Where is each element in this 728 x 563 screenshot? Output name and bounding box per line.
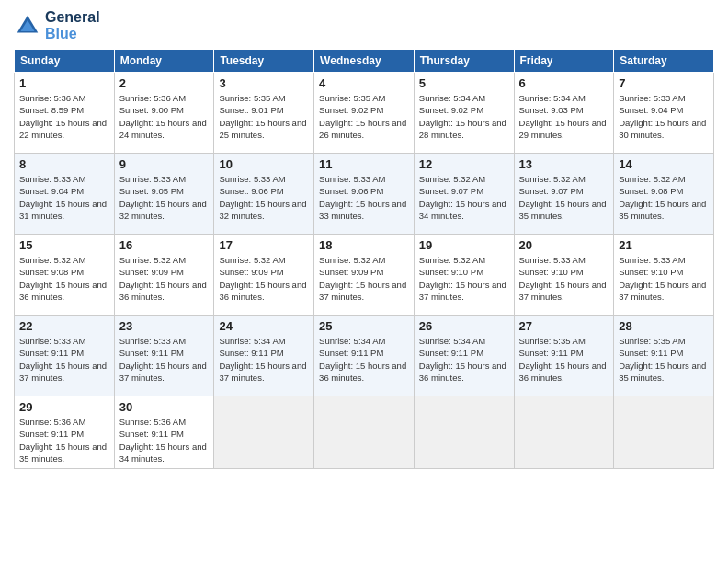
calendar-cell: 11Sunrise: 5:33 AMSunset: 9:06 PMDayligh… <box>314 154 415 235</box>
day-number: 23 <box>119 319 210 333</box>
calendar-cell: 19Sunrise: 5:32 AMSunset: 9:10 PMDayligh… <box>414 235 514 316</box>
day-info: Sunrise: 5:33 AMSunset: 9:06 PMDaylight:… <box>319 173 409 222</box>
day-number: 11 <box>319 157 409 171</box>
week-row-3: 15Sunrise: 5:32 AMSunset: 9:08 PMDayligh… <box>15 235 714 316</box>
day-number: 16 <box>119 238 210 252</box>
day-info: Sunrise: 5:32 AMSunset: 9:09 PMDaylight:… <box>219 254 309 303</box>
calendar-cell: 6Sunrise: 5:34 AMSunset: 9:03 PMDaylight… <box>514 73 614 154</box>
day-info: Sunrise: 5:32 AMSunset: 9:08 PMDaylight:… <box>19 254 109 303</box>
day-number: 5 <box>419 76 509 90</box>
day-info: Sunrise: 5:33 AMSunset: 9:05 PMDaylight:… <box>119 173 210 222</box>
calendar-cell: 5Sunrise: 5:34 AMSunset: 9:02 PMDaylight… <box>414 73 514 154</box>
calendar-cell: 17Sunrise: 5:32 AMSunset: 9:09 PMDayligh… <box>214 235 314 316</box>
day-number: 21 <box>619 238 709 252</box>
calendar-cell: 28Sunrise: 5:35 AMSunset: 9:11 PMDayligh… <box>614 316 714 396</box>
calendar-cell: 24Sunrise: 5:34 AMSunset: 9:11 PMDayligh… <box>214 316 314 396</box>
day-info: Sunrise: 5:36 AMSunset: 9:11 PMDaylight:… <box>19 416 109 465</box>
calendar-cell: 16Sunrise: 5:32 AMSunset: 9:09 PMDayligh… <box>114 235 214 316</box>
day-number: 25 <box>319 319 409 333</box>
day-number: 13 <box>519 157 609 171</box>
day-info: Sunrise: 5:35 AMSunset: 9:11 PMDaylight:… <box>519 335 609 384</box>
calendar-cell: 12Sunrise: 5:32 AMSunset: 9:07 PMDayligh… <box>414 154 514 235</box>
calendar-cell: 2Sunrise: 5:36 AMSunset: 9:00 PMDaylight… <box>114 73 214 154</box>
day-info: Sunrise: 5:33 AMSunset: 9:11 PMDaylight:… <box>119 335 210 384</box>
calendar-cell: 21Sunrise: 5:33 AMSunset: 9:10 PMDayligh… <box>614 235 714 316</box>
day-number: 8 <box>19 157 109 171</box>
day-info: Sunrise: 5:34 AMSunset: 9:11 PMDaylight:… <box>219 335 309 384</box>
calendar-cell: 27Sunrise: 5:35 AMSunset: 9:11 PMDayligh… <box>514 316 614 396</box>
day-number: 9 <box>119 157 210 171</box>
week-row-5: 29Sunrise: 5:36 AMSunset: 9:11 PMDayligh… <box>15 396 714 469</box>
day-number: 18 <box>319 238 409 252</box>
day-info: Sunrise: 5:33 AMSunset: 9:04 PMDaylight:… <box>19 173 109 222</box>
header: General Blue <box>14 9 714 41</box>
day-number: 12 <box>419 157 509 171</box>
logo-icon <box>14 12 41 40</box>
day-info: Sunrise: 5:35 AMSunset: 9:02 PMDaylight:… <box>319 92 409 141</box>
day-info: Sunrise: 5:32 AMSunset: 9:09 PMDaylight:… <box>119 254 210 303</box>
page: General Blue SundayMondayTuesdayWednesda… <box>0 0 728 563</box>
day-number: 29 <box>19 400 109 414</box>
col-header-monday: Monday <box>114 50 214 73</box>
day-number: 10 <box>219 157 309 171</box>
day-number: 24 <box>219 319 309 333</box>
calendar-cell <box>314 396 415 469</box>
day-number: 2 <box>119 76 210 90</box>
col-header-friday: Friday <box>514 50 614 73</box>
week-row-1: 1Sunrise: 5:36 AMSunset: 8:59 PMDaylight… <box>15 73 714 154</box>
header-row: SundayMondayTuesdayWednesdayThursdayFrid… <box>15 50 714 73</box>
week-row-2: 8Sunrise: 5:33 AMSunset: 9:04 PMDaylight… <box>15 154 714 235</box>
calendar-cell: 23Sunrise: 5:33 AMSunset: 9:11 PMDayligh… <box>114 316 214 396</box>
day-number: 14 <box>619 157 709 171</box>
day-number: 6 <box>519 76 609 90</box>
day-number: 20 <box>519 238 609 252</box>
day-info: Sunrise: 5:32 AMSunset: 9:07 PMDaylight:… <box>419 173 509 222</box>
col-header-wednesday: Wednesday <box>314 50 415 73</box>
calendar-cell: 4Sunrise: 5:35 AMSunset: 9:02 PMDaylight… <box>314 73 415 154</box>
calendar-cell <box>514 396 614 469</box>
day-info: Sunrise: 5:32 AMSunset: 9:08 PMDaylight:… <box>619 173 709 222</box>
calendar-cell: 30Sunrise: 5:36 AMSunset: 9:11 PMDayligh… <box>114 396 214 469</box>
day-info: Sunrise: 5:32 AMSunset: 9:09 PMDaylight:… <box>319 254 409 303</box>
calendar-cell: 25Sunrise: 5:34 AMSunset: 9:11 PMDayligh… <box>314 316 415 396</box>
day-number: 1 <box>19 76 109 90</box>
day-info: Sunrise: 5:33 AMSunset: 9:10 PMDaylight:… <box>519 254 609 303</box>
calendar-cell: 7Sunrise: 5:33 AMSunset: 9:04 PMDaylight… <box>614 73 714 154</box>
calendar-cell: 15Sunrise: 5:32 AMSunset: 9:08 PMDayligh… <box>15 235 115 316</box>
calendar-cell <box>414 396 514 469</box>
calendar-cell: 20Sunrise: 5:33 AMSunset: 9:10 PMDayligh… <box>514 235 614 316</box>
day-info: Sunrise: 5:34 AMSunset: 9:11 PMDaylight:… <box>419 335 509 384</box>
day-info: Sunrise: 5:36 AMSunset: 9:11 PMDaylight:… <box>119 416 210 465</box>
day-info: Sunrise: 5:33 AMSunset: 9:04 PMDaylight:… <box>619 92 709 141</box>
calendar-cell: 9Sunrise: 5:33 AMSunset: 9:05 PMDaylight… <box>114 154 214 235</box>
col-header-thursday: Thursday <box>414 50 514 73</box>
day-number: 22 <box>19 319 109 333</box>
day-info: Sunrise: 5:32 AMSunset: 9:07 PMDaylight:… <box>519 173 609 222</box>
day-number: 28 <box>619 319 709 333</box>
week-row-4: 22Sunrise: 5:33 AMSunset: 9:11 PMDayligh… <box>15 316 714 396</box>
day-info: Sunrise: 5:36 AMSunset: 8:59 PMDaylight:… <box>19 92 109 141</box>
calendar-cell: 1Sunrise: 5:36 AMSunset: 8:59 PMDaylight… <box>15 73 115 154</box>
day-info: Sunrise: 5:34 AMSunset: 9:11 PMDaylight:… <box>319 335 409 384</box>
col-header-saturday: Saturday <box>614 50 714 73</box>
day-number: 3 <box>219 76 309 90</box>
day-info: Sunrise: 5:35 AMSunset: 9:01 PMDaylight:… <box>219 92 309 141</box>
day-info: Sunrise: 5:33 AMSunset: 9:10 PMDaylight:… <box>619 254 709 303</box>
day-number: 27 <box>519 319 609 333</box>
calendar-cell: 14Sunrise: 5:32 AMSunset: 9:08 PMDayligh… <box>614 154 714 235</box>
calendar-cell: 3Sunrise: 5:35 AMSunset: 9:01 PMDaylight… <box>214 73 314 154</box>
day-number: 15 <box>19 238 109 252</box>
calendar-cell: 29Sunrise: 5:36 AMSunset: 9:11 PMDayligh… <box>15 396 115 469</box>
calendar-cell: 13Sunrise: 5:32 AMSunset: 9:07 PMDayligh… <box>514 154 614 235</box>
calendar-cell <box>614 396 714 469</box>
logo: General Blue <box>14 9 100 41</box>
day-number: 19 <box>419 238 509 252</box>
calendar-table: SundayMondayTuesdayWednesdayThursdayFrid… <box>14 49 714 469</box>
calendar-cell: 8Sunrise: 5:33 AMSunset: 9:04 PMDaylight… <box>15 154 115 235</box>
logo-text: General Blue <box>45 9 100 41</box>
day-info: Sunrise: 5:33 AMSunset: 9:06 PMDaylight:… <box>219 173 309 222</box>
day-info: Sunrise: 5:36 AMSunset: 9:00 PMDaylight:… <box>119 92 210 141</box>
calendar-cell: 18Sunrise: 5:32 AMSunset: 9:09 PMDayligh… <box>314 235 415 316</box>
col-header-tuesday: Tuesday <box>214 50 314 73</box>
day-number: 4 <box>319 76 409 90</box>
